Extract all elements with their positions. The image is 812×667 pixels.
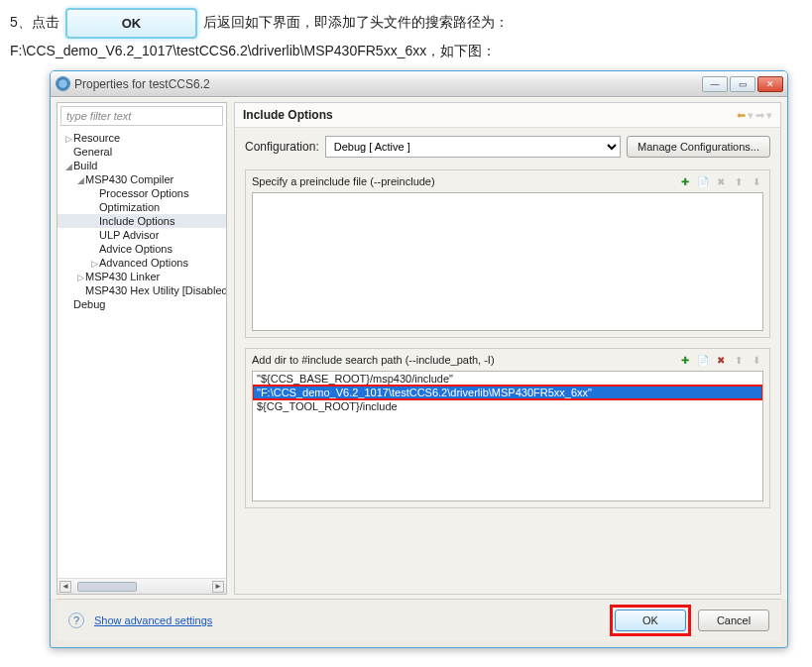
left-panel: type filter text ▷Resource General ◢Buil… <box>57 102 227 595</box>
tree-proc[interactable]: Processor Options <box>58 186 226 200</box>
nav-tree[interactable]: ▷Resource General ◢Build ◢MSP430 Compile… <box>58 129 226 578</box>
file-icon[interactable]: 📄 <box>696 353 710 367</box>
cancel-button[interactable]: Cancel <box>698 610 769 631</box>
tree-opt[interactable]: Optimization <box>58 200 226 214</box>
configuration-label: Configuration: <box>245 140 319 154</box>
up-icon[interactable]: ⬆ <box>732 353 746 367</box>
delete-icon[interactable]: ✖ <box>714 174 728 188</box>
ok-pill-illustration: OK <box>65 8 198 39</box>
nav-arrows: ⬅ ▾ ➡ ▾ <box>737 109 772 122</box>
dialog-footer: ? Show advanced settings OK Cancel <box>57 599 781 641</box>
step-suffix: 后返回如下界面，即添加了头文件的搜索路径为： <box>203 14 509 30</box>
list-item-selected[interactable]: "F:\CCS_demo_V6.2_1017\testCCS6.2\driver… <box>253 386 762 399</box>
tree-compiler[interactable]: ◢MSP430 Compiler <box>58 172 226 186</box>
delete-icon[interactable]: ✖ <box>714 353 728 367</box>
titlebar[interactable]: Properties for testCCS6.2 — ▭ ✕ <box>51 71 787 97</box>
minimize-button[interactable]: — <box>702 76 728 92</box>
includepath-label: Add dir to #include search path (--inclu… <box>252 354 495 366</box>
tree-build[interactable]: ◢Build <box>58 159 226 172</box>
list-item[interactable]: ${CG_TOOL_ROOT}/include <box>253 399 762 413</box>
includepath-group: Add dir to #include search path (--inclu… <box>245 348 770 508</box>
nav-back-icon[interactable]: ⬅ <box>737 109 746 122</box>
tree-debug[interactable]: Debug <box>58 297 226 311</box>
doc-path-line: F:\CCS_demo_V6.2_1017\testCCS6.2\driverl… <box>0 43 812 70</box>
scroll-thumb[interactable] <box>77 582 137 592</box>
tree-advanced[interactable]: ▷Advanced Options <box>58 256 226 270</box>
show-advanced-link[interactable]: Show advanced settings <box>94 614 212 626</box>
nav-fwd-menu-icon[interactable]: ▾ <box>766 109 772 122</box>
tree-hscrollbar[interactable]: ◄ ► <box>58 578 226 594</box>
includepath-list[interactable]: "${CCS_BASE_ROOT}/msp430/include" "F:\CC… <box>252 371 763 501</box>
properties-dialog: Properties for testCCS6.2 — ▭ ✕ type fil… <box>50 70 788 648</box>
step-prefix: 5、点击 <box>10 14 59 30</box>
add-icon[interactable]: ✚ <box>678 174 692 188</box>
configuration-select[interactable]: Debug [ Active ] <box>325 136 621 158</box>
configuration-row: Configuration: Debug [ Active ] Manage C… <box>245 136 770 158</box>
preinclude-label: Specify a preinclude file (--preinclude) <box>252 175 435 187</box>
tree-include[interactable]: Include Options <box>58 214 226 228</box>
preinclude-group: Specify a preinclude file (--preinclude)… <box>245 169 770 338</box>
filter-input[interactable]: type filter text <box>60 106 223 126</box>
scroll-right-icon[interactable]: ► <box>212 581 224 593</box>
preinclude-list[interactable] <box>252 192 763 331</box>
nav-fwd-icon[interactable]: ➡ <box>755 109 764 122</box>
down-icon[interactable]: ⬇ <box>750 174 763 188</box>
manage-configurations-button[interactable]: Manage Configurations... <box>627 136 770 158</box>
list-item[interactable]: "${CCS_BASE_ROOT}/msp430/include" <box>253 372 762 386</box>
add-icon[interactable]: ✚ <box>678 353 692 367</box>
panel-title: Include Options <box>243 108 333 122</box>
up-icon[interactable]: ⬆ <box>732 174 746 188</box>
window-title: Properties for testCCS6.2 <box>74 77 210 91</box>
right-panel: Include Options ⬅ ▾ ➡ ▾ Configuration: D… <box>234 102 781 595</box>
tree-general[interactable]: General <box>58 145 226 159</box>
ok-highlight: OK <box>613 608 688 633</box>
maximize-button[interactable]: ▭ <box>730 76 755 92</box>
scroll-left-icon[interactable]: ◄ <box>59 581 71 593</box>
ok-button[interactable]: OK <box>615 610 686 631</box>
tree-ulp[interactable]: ULP Advisor <box>58 228 226 242</box>
gear-icon <box>57 77 69 90</box>
tree-resource[interactable]: ▷Resource <box>58 131 226 145</box>
nav-back-menu-icon[interactable]: ▾ <box>748 109 754 122</box>
tree-hex[interactable]: MSP430 Hex Utility [Disabled <box>58 283 226 297</box>
tree-advice[interactable]: Advice Options <box>58 242 226 256</box>
file-icon[interactable]: 📄 <box>696 174 710 188</box>
tree-linker[interactable]: ▷MSP430 Linker <box>58 270 226 283</box>
close-button[interactable]: ✕ <box>757 76 783 92</box>
doc-step-line: 5、点击 OK 后返回如下界面，即添加了头文件的搜索路径为： <box>0 0 812 43</box>
down-icon[interactable]: ⬇ <box>750 353 763 367</box>
help-icon[interactable]: ? <box>68 612 84 628</box>
panel-header: Include Options ⬅ ▾ ➡ ▾ <box>234 102 781 128</box>
